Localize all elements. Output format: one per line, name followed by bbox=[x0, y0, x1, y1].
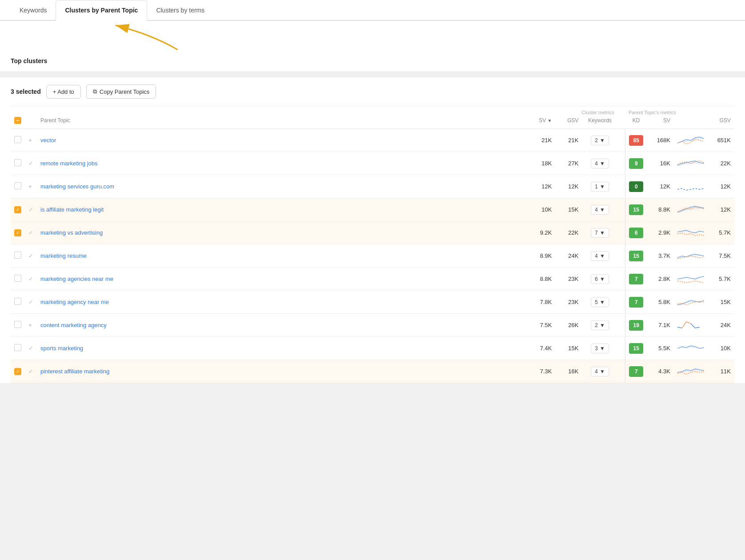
row-checkbox[interactable] bbox=[14, 182, 21, 189]
kd-badge: 15 bbox=[629, 204, 643, 215]
keywords-dropdown[interactable]: 7 ▼ bbox=[591, 228, 609, 238]
row-keywords[interactable]: 4 ▼ bbox=[582, 198, 618, 221]
row-sparkline bbox=[674, 268, 708, 291]
keywords-dropdown[interactable]: 5 ▼ bbox=[591, 297, 609, 307]
row-checkbox[interactable] bbox=[14, 206, 21, 213]
topic-link[interactable]: marketing vs advertising bbox=[40, 229, 103, 236]
row-topic-cell: content marketing agency bbox=[37, 314, 529, 337]
row-kd: 15 bbox=[625, 198, 647, 221]
row-checkbox-cell[interactable] bbox=[11, 198, 25, 221]
row-checkbox-cell[interactable] bbox=[11, 314, 25, 337]
row-keywords[interactable]: 4 ▼ bbox=[582, 244, 618, 268]
topic-link[interactable]: marketing services guru.com bbox=[40, 183, 114, 190]
row-keywords[interactable]: 4 ▼ bbox=[582, 152, 618, 175]
dropdown-arrow: ▼ bbox=[600, 253, 605, 259]
row-checkbox-cell[interactable] bbox=[11, 360, 25, 383]
row-keywords[interactable]: 2 ▼ bbox=[582, 129, 618, 152]
row-sparkline bbox=[674, 244, 708, 268]
row-checkbox-cell[interactable] bbox=[11, 175, 25, 198]
topic-link[interactable]: vector bbox=[40, 137, 56, 144]
row-gsv: 22K bbox=[556, 221, 582, 244]
topic-link[interactable]: pinterest affiliate marketing bbox=[40, 368, 109, 375]
table-row: ✓ marketing vs advertising 9.2K 22K 7 ▼ … bbox=[11, 221, 734, 244]
row-icon-cell: ✓ bbox=[25, 221, 37, 244]
keywords-dropdown[interactable]: 4 ▼ bbox=[591, 251, 609, 261]
row-checkbox[interactable] bbox=[14, 136, 21, 143]
row-checkbox-cell[interactable] bbox=[11, 268, 25, 291]
keywords-dropdown[interactable]: 2 ▼ bbox=[591, 136, 609, 145]
kd-badge: 85 bbox=[629, 135, 643, 146]
row-sv: 7.3K bbox=[529, 360, 556, 383]
row-keywords[interactable]: 4 ▼ bbox=[582, 360, 618, 383]
row-checkbox-cell[interactable] bbox=[11, 291, 25, 314]
th-gsv2[interactable]: GSV bbox=[708, 116, 734, 129]
tab-clusters-parent[interactable]: Clusters by Parent Topic bbox=[56, 0, 147, 21]
keywords-dropdown[interactable]: 3 ▼ bbox=[591, 344, 609, 353]
row-keywords[interactable]: 1 ▼ bbox=[582, 175, 618, 198]
topic-link[interactable]: marketing agencies near me bbox=[40, 276, 113, 282]
row-checkbox[interactable] bbox=[14, 229, 21, 236]
topic-link[interactable]: content marketing agency bbox=[40, 322, 107, 328]
row-checkbox[interactable] bbox=[14, 321, 21, 328]
row-sv: 7.8K bbox=[529, 291, 556, 314]
row-checkbox-cell[interactable] bbox=[11, 152, 25, 175]
topic-link[interactable]: marketing agency near me bbox=[40, 299, 109, 305]
row-checkbox[interactable] bbox=[14, 252, 21, 259]
add-to-label: + Add to bbox=[53, 88, 74, 95]
row-checkbox[interactable] bbox=[14, 159, 21, 166]
row-checkbox-cell[interactable] bbox=[11, 129, 25, 152]
topic-link[interactable]: marketing resume bbox=[40, 252, 87, 259]
topic-link[interactable]: remote marketing jobs bbox=[40, 160, 98, 167]
row-status-icon: + bbox=[28, 137, 32, 144]
th-spacer1 bbox=[618, 106, 625, 116]
row-gsv: 16K bbox=[556, 360, 582, 383]
tab-keywords[interactable]: Keywords bbox=[11, 0, 56, 21]
keywords-dropdown[interactable]: 4 ▼ bbox=[591, 367, 609, 376]
th-gsv[interactable]: GSV bbox=[556, 116, 582, 129]
row-sv: 7.5K bbox=[529, 314, 556, 337]
row-gsv: 15K bbox=[556, 337, 582, 360]
row-status-icon: ✓ bbox=[28, 368, 33, 375]
row-keywords[interactable]: 5 ▼ bbox=[582, 291, 618, 314]
th-select-all[interactable] bbox=[11, 116, 25, 129]
th-sv2[interactable]: SV bbox=[647, 116, 674, 129]
keywords-dropdown[interactable]: 4 ▼ bbox=[591, 205, 609, 215]
row-gsv2: 24K bbox=[708, 314, 734, 337]
row-gsv2: 5.7K bbox=[708, 268, 734, 291]
row-icon-cell: ✓ bbox=[25, 268, 37, 291]
row-icon-cell: + bbox=[25, 175, 37, 198]
row-checkbox-cell[interactable] bbox=[11, 337, 25, 360]
row-keywords[interactable]: 3 ▼ bbox=[582, 337, 618, 360]
row-keywords[interactable]: 7 ▼ bbox=[582, 221, 618, 244]
row-gsv2: 11K bbox=[708, 360, 734, 383]
copy-parent-topics-button[interactable]: ⧉ Copy Parent Topics bbox=[86, 84, 156, 99]
row-checkbox[interactable] bbox=[14, 368, 21, 375]
row-checkbox[interactable] bbox=[14, 298, 21, 305]
keywords-dropdown[interactable]: 1 ▼ bbox=[591, 182, 609, 192]
tab-clusters-terms[interactable]: Clusters by terms bbox=[147, 0, 213, 21]
select-all-checkbox[interactable] bbox=[14, 117, 21, 124]
th-sv[interactable]: SV ▼ bbox=[529, 116, 556, 129]
row-checkbox[interactable] bbox=[14, 344, 21, 351]
th-keywords[interactable]: Keywords bbox=[582, 116, 618, 129]
keywords-dropdown[interactable]: 4 ▼ bbox=[591, 159, 609, 168]
dropdown-arrow: ▼ bbox=[600, 184, 605, 190]
row-kd: 15 bbox=[625, 244, 647, 268]
row-gsv2: 7.5K bbox=[708, 244, 734, 268]
row-topic-cell: is affiliate marketing legit bbox=[37, 198, 529, 221]
svg-line-5 bbox=[695, 327, 700, 328]
add-to-button[interactable]: + Add to bbox=[46, 85, 81, 99]
row-keywords[interactable]: 6 ▼ bbox=[582, 268, 618, 291]
row-checkbox-cell[interactable] bbox=[11, 244, 25, 268]
row-checkbox[interactable] bbox=[14, 275, 21, 282]
row-checkbox-cell[interactable] bbox=[11, 221, 25, 244]
keywords-dropdown[interactable]: 2 ▼ bbox=[591, 320, 609, 330]
row-keywords[interactable]: 2 ▼ bbox=[582, 314, 618, 337]
row-icon-cell: ✓ bbox=[25, 198, 37, 221]
th-kd[interactable]: KD bbox=[625, 116, 647, 129]
topic-link[interactable]: is affiliate marketing legit bbox=[40, 206, 104, 213]
keywords-dropdown[interactable]: 6 ▼ bbox=[591, 274, 609, 284]
kd-badge: 7 bbox=[629, 366, 643, 377]
row-gsv: 26K bbox=[556, 314, 582, 337]
topic-link[interactable]: sports marketing bbox=[40, 345, 83, 352]
